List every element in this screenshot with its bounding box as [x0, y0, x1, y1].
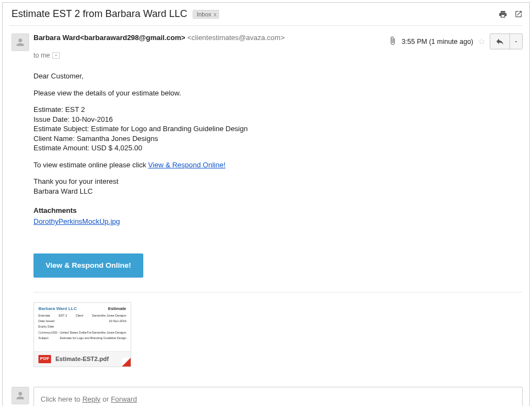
attachment-footer: PDF Estimate-EST2.pdf	[34, 351, 131, 366]
reply-forward-box[interactable]: Click here to Reply or Forward	[33, 387, 523, 406]
label-inbox[interactable]: Inbox x	[193, 10, 219, 19]
print-icon[interactable]	[499, 10, 507, 19]
label-remove-icon[interactable]: x	[214, 11, 217, 18]
star-icon[interactable]: ☆	[478, 36, 485, 47]
attachment-icon	[388, 36, 397, 47]
attachment-filename: Estimate-EST2.pdf	[55, 355, 109, 363]
body-divider	[33, 292, 522, 292]
view-online-line: To view estimate online please click Vie…	[33, 160, 523, 170]
preview-company: Barbara Ward LLC	[38, 306, 77, 312]
issue-date-line: Issue Date: 10-Nov-2016	[33, 115, 523, 125]
reply-prefix: Click here to	[41, 395, 82, 403]
estimate-subject-line: Estimate Subject: Estimate for Logo and …	[33, 124, 523, 134]
my-avatar	[12, 387, 29, 404]
pdf-badge-icon: PDF	[38, 355, 51, 363]
view-respond-button[interactable]: View & Respond Online!	[33, 253, 143, 278]
forward-link[interactable]: Forward	[111, 395, 137, 403]
attachment-file-link[interactable]: DorothyPerkinsMockUp.jpg	[33, 217, 120, 225]
greeting: Dear Customer,	[33, 71, 523, 81]
sender-name: Barbara Ward<barbaraward298@gmail.com>	[33, 33, 186, 42]
estimate-line: Estimate: EST 2	[33, 105, 523, 115]
email-subject: Estimate EST 2 from Barbara Ward LLC	[12, 8, 187, 20]
subject-bar: Estimate EST 2 from Barbara Ward LLC Inb…	[3, 3, 529, 24]
intro-text: Please view the details of your estimate…	[33, 88, 523, 98]
estimate-amount-line: Estimate Amount: USD $ 4,025.00	[33, 143, 523, 153]
email-body: Dear Customer, Please view the details o…	[33, 59, 523, 367]
to-label: to me	[33, 52, 50, 59]
more-actions-button[interactable]	[510, 34, 522, 49]
reply-button[interactable]	[490, 34, 510, 49]
view-respond-link[interactable]: View & Respond Online!	[148, 161, 226, 169]
sender-avatar	[12, 33, 29, 51]
reply-button-group	[490, 33, 523, 49]
signature-line: Barbara Ward LLC	[33, 187, 523, 196]
sender-via: <clientestimates@avaza.com>	[186, 33, 285, 42]
thanks-line: Thank you for your interest	[33, 177, 523, 187]
client-name-line: Client Name: Samantha Jones Designs	[33, 134, 523, 144]
reply-link[interactable]: Reply	[82, 395, 100, 403]
to-line: to me	[33, 52, 523, 59]
attachment-card[interactable]: Barbara Ward LLC Estimate EstimateEST 2C…	[33, 302, 131, 367]
attachment-preview: Barbara Ward LLC Estimate EstimateEST 2C…	[34, 303, 131, 351]
from-line: Barbara Ward<barbaraward298@gmail.com> <…	[33, 33, 285, 42]
attachments-heading: Attachments	[33, 206, 523, 216]
reply-or: or	[100, 395, 111, 403]
show-details-icon[interactable]	[52, 52, 60, 59]
open-new-window-icon[interactable]	[514, 10, 523, 19]
preview-title: Estimate	[108, 306, 126, 312]
label-text: Inbox	[197, 11, 211, 18]
timestamp: 3:55 PM (1 minute ago)	[401, 38, 473, 46]
